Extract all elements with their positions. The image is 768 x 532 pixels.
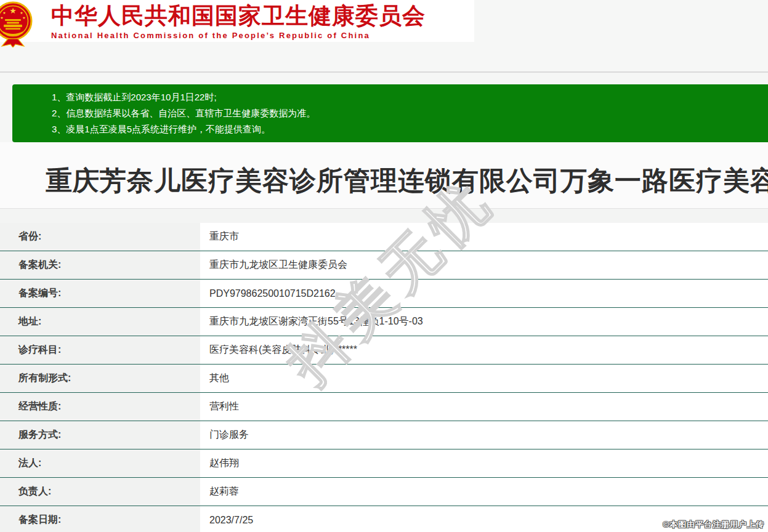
field-value: 赵莉蓉 — [200, 478, 768, 506]
field-label: 地址: — [0, 308, 200, 336]
table-row: 法人: 赵伟翔 — [0, 449, 768, 478]
field-label: 负责人: — [0, 478, 200, 506]
notice-line: 1、查询数据截止到2023年10月1日22时; — [52, 89, 765, 105]
site-title-chinese: 中华人民共和国国家卫生健康委员会 — [51, 4, 426, 28]
record-table: 省份: 重庆市 备案机关: 重庆市九龙坡区卫生健康委员会 备案编号: PDY97… — [0, 209, 768, 532]
field-label: 备案日期: — [0, 506, 200, 532]
top-strip: ★ ★ ★ ★ ★ 中华人民共和国国家卫生健康委员会 National Heal… — [0, 0, 768, 73]
field-value: PDY97986250010715D2162 — [200, 280, 768, 307]
table-row: 备案编号: PDY97986250010715D2162 — [0, 280, 768, 308]
field-value: 重庆市九龙坡区卫生健康委员会 — [200, 251, 768, 279]
site-header: ★ ★ ★ ★ ★ 中华人民共和国国家卫生健康委员会 National Heal… — [0, 0, 474, 42]
table-row: 备案机关: 重庆市九龙坡区卫生健康委员会 — [0, 251, 768, 280]
svg-text:★: ★ — [2, 11, 6, 15]
corner-watermark: ©本图由平台注册用户上传 — [663, 519, 764, 530]
table-row: 地址: 重庆市九龙坡区谢家湾正街55号13幢负1-10号-03 — [0, 308, 768, 336]
svg-text:★: ★ — [0, 16, 3, 20]
site-title-english: National Health Commission of the People… — [51, 31, 426, 40]
table-row: 负责人: 赵莉蓉 — [0, 478, 768, 506]
field-value: 医疗美容科(美容皮肤科专业)****** — [200, 336, 768, 364]
field-label: 备案机关: — [0, 251, 200, 279]
header-titles: 中华人民共和国国家卫生健康委员会 National Health Commiss… — [51, 2, 426, 40]
table-row: 诊疗科目: 医疗美容科(美容皮肤科专业)****** — [0, 336, 768, 365]
record-title: 重庆芳奈儿医疗美容诊所管理连锁有限公司万象一路医疗美容诊所 — [46, 166, 768, 195]
table-row: 省份: 重庆市 — [0, 223, 768, 251]
table-row: 所有制形式: 其他 — [0, 365, 768, 393]
field-label: 所有制形式: — [0, 365, 200, 392]
table-row: 经营性质: 营利性 — [0, 393, 768, 421]
field-label: 服务方式: — [0, 421, 200, 449]
title-section: 重庆芳奈儿医疗美容诊所管理连锁有限公司万象一路医疗美容诊所 — [0, 142, 768, 209]
table-row: 备案日期: 2023/7/25 — [0, 506, 768, 532]
field-label: 省份: — [0, 223, 200, 251]
field-label: 经营性质: — [0, 393, 200, 421]
field-label: 法人: — [0, 449, 200, 477]
table-row: 服务方式: 门诊服务 — [0, 421, 768, 449]
notice-box: 1、查询数据截止到2023年10月1日22时;2、信息数据结果以各省、自治区、直… — [12, 84, 768, 142]
notice-line: 2、信息数据结果以各省、自治区、直辖市卫生健康委数据为准。 — [52, 105, 765, 121]
notice-wrap: 1、查询数据截止到2023年10月1日22时;2、信息数据结果以各省、自治区、直… — [0, 73, 768, 142]
national-emblem-icon: ★ ★ ★ ★ ★ — [0, 1, 34, 47]
field-value: 重庆市九龙坡区谢家湾正街55号13幢负1-10号-03 — [200, 308, 768, 336]
notice-line: 3、凌晨1点至凌晨5点系统进行维护，不能提供查询。 — [52, 121, 765, 137]
svg-text:★: ★ — [22, 16, 25, 20]
svg-text:★: ★ — [9, 6, 17, 15]
field-value: 门诊服务 — [200, 421, 768, 449]
field-label: 诊疗科目: — [0, 336, 200, 364]
field-label: 备案编号: — [0, 280, 200, 307]
field-value: 营利性 — [200, 393, 768, 421]
svg-text:★: ★ — [20, 11, 23, 15]
field-value: 重庆市 — [200, 223, 768, 251]
field-value: 赵伟翔 — [200, 449, 768, 477]
field-value: 其他 — [200, 365, 768, 392]
